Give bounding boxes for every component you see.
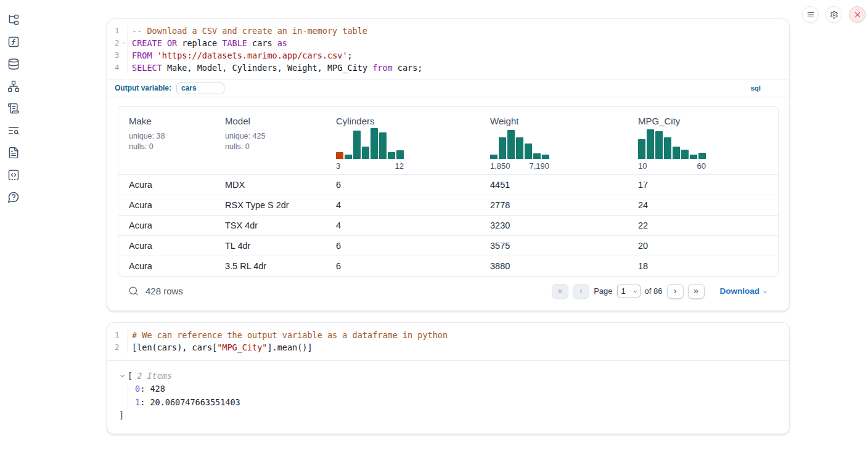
weight-histogram: 1,8507,190: [490, 127, 549, 171]
line-number: 2: [107, 341, 119, 354]
fold-chevron-icon[interactable]: [119, 37, 128, 49]
histogram-bar: [655, 131, 663, 159]
last-page-button[interactable]: »: [688, 284, 705, 299]
table-row: AcuraMDX6445117: [118, 174, 778, 195]
code-token: ].mean()]: [267, 342, 312, 352]
hist-min-label: 3: [336, 161, 340, 171]
table-footer: 428 rows « ‹ Page 1 of 86 › » Download: [118, 277, 779, 305]
histogram-bar: [388, 152, 395, 159]
documentation-icon[interactable]: [6, 145, 21, 160]
search-icon[interactable]: [128, 286, 139, 296]
code-token: [len(cars), cars[: [132, 342, 217, 352]
dependency-graph-icon[interactable]: [6, 79, 21, 94]
menu-icon[interactable]: [802, 6, 819, 23]
logs-icon[interactable]: [6, 101, 21, 116]
code-line: 1 # We can reference the output variable…: [107, 329, 789, 341]
hist-max-label: 12: [395, 161, 404, 171]
column-header-weight[interactable]: Weight: [490, 115, 638, 127]
histogram-bar: [690, 155, 697, 159]
first-page-button[interactable]: «: [552, 284, 568, 299]
code-token: CREATE OR: [132, 38, 177, 48]
hist-min-label: 10: [638, 161, 647, 171]
code-token: # We can reference the output variable a…: [132, 330, 448, 340]
table-row: AcuraTL 4dr6357520: [118, 235, 778, 256]
tree-entry: 0: 428: [135, 382, 789, 395]
column-header-model[interactable]: Model: [225, 115, 336, 127]
open-bracket: [: [128, 371, 133, 381]
column-header-cylinders[interactable]: Cylinders: [336, 115, 490, 127]
line-number: 1: [107, 329, 119, 341]
table-row: AcuraTSX 4dr4323022: [118, 215, 778, 235]
histogram-bar: [542, 155, 549, 159]
code-line: 4 SELECT Make, Model, Cylinders, Weight,…: [107, 62, 789, 74]
code-token: -- Download a CSV and create an in-memor…: [132, 26, 367, 36]
datasources-icon[interactable]: [6, 57, 21, 71]
column-stats: unique: 38 nulls: 0: [129, 131, 225, 152]
notebook-controls: [802, 6, 866, 23]
code-token: Make, Model, Cylinders, Weight, MPG_City: [162, 63, 372, 73]
code-token: [152, 51, 157, 60]
code-line: 2 CREATE OR replace TABLE cars as: [107, 37, 789, 49]
output-variable-label: Output variable:: [115, 84, 171, 92]
help-icon[interactable]: [6, 190, 21, 204]
page-label: Page: [594, 286, 612, 296]
line-number: 4: [107, 62, 119, 74]
code-token: SELECT: [132, 63, 162, 73]
histogram-bar: [379, 132, 387, 159]
histogram-bar: [345, 155, 352, 159]
code-token: cars: [247, 38, 277, 48]
histogram-bar: [681, 150, 689, 159]
helper-sidebar: [0, 0, 27, 449]
histogram-bar: [490, 155, 497, 159]
prev-page-button[interactable]: ‹: [573, 284, 589, 299]
table-row: AcuraRSX Type S 2dr4277824: [118, 195, 778, 215]
histogram-bar: [698, 153, 706, 159]
outline-search-icon[interactable]: [6, 123, 21, 138]
output-variable-input[interactable]: [176, 83, 224, 94]
next-page-button[interactable]: ›: [667, 284, 684, 299]
histogram-bar: [499, 137, 506, 159]
tree-entry: 1: 20.060747663551403: [135, 395, 789, 409]
hist-max-label: 7,190: [529, 161, 549, 171]
histogram-bar: [396, 150, 404, 159]
code-editor[interactable]: 1 # We can reference the output variable…: [107, 323, 789, 361]
variables-icon[interactable]: [6, 34, 21, 49]
code-token: replace: [177, 38, 222, 48]
column-stats: unique: 425 nulls: 0: [225, 131, 336, 152]
code-token: ;: [348, 51, 353, 60]
mpg-city-histogram: 1060: [638, 127, 706, 171]
items-count-label: 2 Items: [137, 371, 172, 381]
code-line: 1 -- Download a CSV and create an in-mem…: [107, 25, 789, 37]
output-variable-row: Output variable: sql: [107, 79, 789, 97]
code-token: TABLE: [222, 38, 247, 48]
hist-min-label: 1,850: [490, 161, 510, 171]
line-number: 3: [107, 49, 119, 62]
histogram-bar: [647, 129, 654, 159]
histogram-bar: [353, 131, 361, 159]
histogram-bar: [336, 152, 343, 159]
file-tree-icon[interactable]: [6, 12, 21, 27]
histogram-bar: [673, 147, 680, 159]
collapse-chevron-icon[interactable]: [119, 373, 126, 379]
page-select[interactable]: 1: [617, 285, 641, 297]
code-token: as: [277, 38, 287, 48]
output-tree: [ 2 Items 0: 428 1: 20.060747663551403 ]: [107, 361, 789, 434]
histogram-bar: [664, 137, 671, 159]
histogram-bar: [507, 130, 515, 159]
histogram-bar: [371, 128, 378, 159]
column-header-mpg-city[interactable]: MPG_City: [638, 115, 778, 127]
cylinders-histogram: 312: [336, 127, 404, 171]
code-line: 2 [len(cars), cars["MPG_City"].mean()]: [107, 341, 789, 354]
settings-icon[interactable]: [825, 6, 842, 23]
code-token: cars;: [393, 63, 423, 73]
histogram-bar: [362, 147, 369, 159]
download-button[interactable]: Download: [720, 286, 769, 296]
close-icon[interactable]: [849, 6, 866, 23]
code-token: from: [372, 63, 393, 73]
snippets-icon[interactable]: [6, 168, 21, 182]
hist-max-label: 60: [697, 161, 706, 171]
code-token: FROM: [132, 51, 152, 60]
column-header-make[interactable]: Make: [129, 115, 225, 127]
code-token: "MPG_City": [217, 342, 267, 352]
code-editor[interactable]: 1 -- Download a CSV and create an in-mem…: [107, 19, 789, 79]
